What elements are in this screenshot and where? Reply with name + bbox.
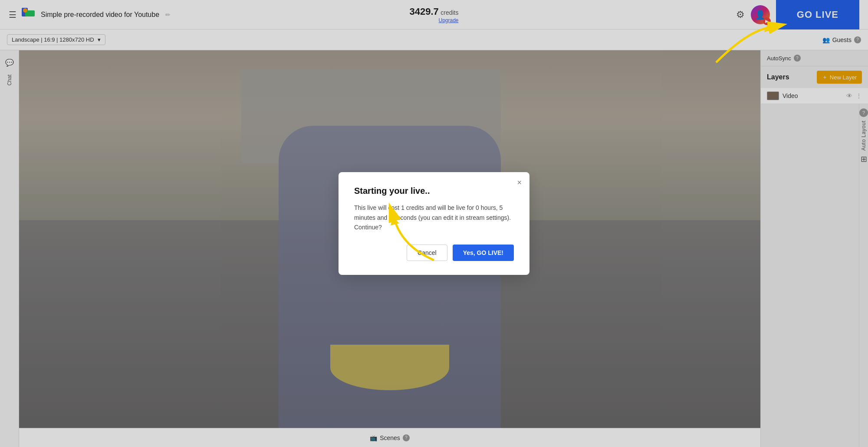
modal-overlay: × Starting your live.. This live will co… [0, 0, 868, 447]
modal-close-button[interactable]: × [517, 178, 522, 187]
cancel-button[interactable]: Cancel [407, 245, 447, 261]
modal-body: This live will cost 1 credits and will b… [354, 203, 514, 232]
dialog: × Starting your live.. This live will co… [339, 172, 529, 274]
modal-actions: Cancel Yes, GO LIVE! [354, 245, 514, 261]
modal-title: Starting your live.. [354, 186, 514, 196]
yes-go-live-button[interactable]: Yes, GO LIVE! [453, 245, 514, 261]
